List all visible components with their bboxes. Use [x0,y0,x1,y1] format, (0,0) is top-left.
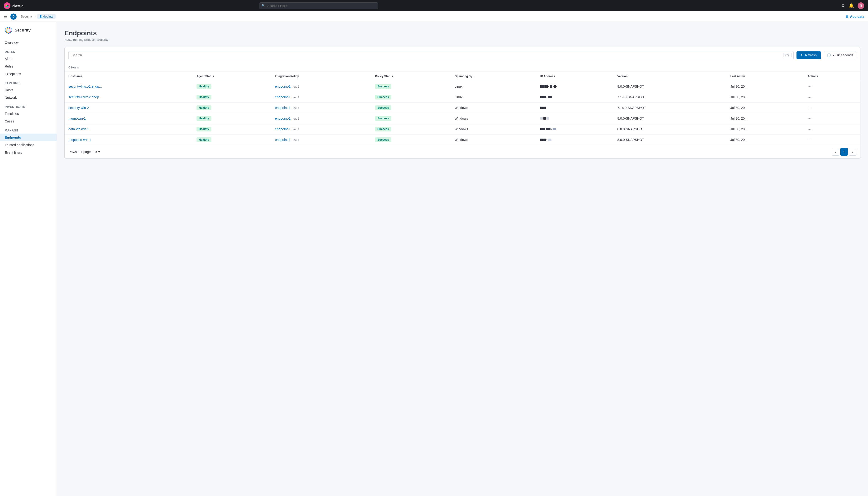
sidebar-item-timelines[interactable]: Timelines [0,110,57,118]
breadcrumb-endpoints[interactable]: Endpoints [37,14,56,19]
cell-actions-2: ⋯ [804,103,860,113]
cell-last-active-2: Jul 30, 20... [727,103,804,113]
row-actions-button-1[interactable]: ⋯ [808,95,812,99]
cell-version-2: 7.14.0-SNAPSHOT [614,103,726,113]
policy-link-2[interactable]: endpoint-1 [275,106,290,110]
policy-status-badge-2: Success [375,105,391,110]
agent-status-badge-0: Healthy [196,84,211,89]
col-header-agent-status: Agent Status [193,72,271,81]
add-data-label: Add data [850,15,864,18]
prev-page-button[interactable]: ‹ [832,148,839,156]
sidebar-item-endpoints[interactable]: Endpoints [0,134,57,141]
row-actions-button-4[interactable]: ⋯ [808,127,812,131]
cell-policy-0: endpoint-1 rev. 1 [271,81,371,92]
sidebar-item-trusted-applications[interactable]: Trusted applications [0,141,57,149]
row-actions-button-5[interactable]: ⋯ [808,138,812,142]
cell-ip-1 [537,92,614,103]
sidebar-item-alerts[interactable]: Alerts [0,55,57,63]
policy-status-badge-0: Success [375,84,391,89]
help-icon[interactable]: ⚙ [841,3,845,8]
policy-status-badge-4: Success [375,127,391,131]
endpoints-table-card: KQL ↻ Refresh 🕐 ▾ 10 seconds 6 Hosts [64,47,861,159]
global-search-bar[interactable]: 🔍 [259,2,378,9]
app-icon: D [11,14,17,20]
col-header-last-active: Last Active [727,72,804,81]
breadcrumb-bar: ☰ D Security › Endpoints ⊞ Add data [0,11,868,22]
sidebar-item-exceptions[interactable]: Exceptions [0,70,57,78]
sidebar-item-event-filters[interactable]: Event filters [0,149,57,156]
sidebar-item-overview[interactable]: Overview [0,39,57,46]
col-header-version: Version [614,72,726,81]
hostname-link-2[interactable]: security-win-2 [68,106,89,110]
col-header-integration-policy: Integration Policy [271,72,371,81]
notifications-icon[interactable]: 🔔 [849,3,854,8]
col-header-policy-status: Policy Status [371,72,451,81]
sidebar-item-hosts[interactable]: Hosts [0,86,57,94]
add-data-icon: ⊞ [846,15,849,18]
agent-status-badge-5: Healthy [196,137,211,142]
policy-link-4[interactable]: endpoint-1 [275,127,290,131]
cell-ip-3 [537,113,614,124]
policy-rev-5: rev. 1 [293,138,299,142]
next-page-button[interactable]: › [849,148,856,156]
add-data-button[interactable]: ⊞ Add data [846,15,864,18]
top-nav-actions: ⚙ 🔔 N [841,2,864,9]
kql-badge[interactable]: KQL [783,53,792,57]
cell-os-5: Windows [451,135,537,145]
cell-os-1: Linux [451,92,537,103]
sidebar-item-network[interactable]: Network [0,94,57,102]
cell-agent-status-5: Healthy [193,135,271,145]
refresh-button[interactable]: ↻ Refresh [796,51,821,59]
cell-last-active-5: Jul 30, 20... [727,135,804,145]
cell-policy-3: endpoint-1 rev. 1 [271,113,371,124]
elastic-wordmark: elastic [12,4,23,8]
row-actions-button-3[interactable]: ⋯ [808,117,812,121]
rows-per-page[interactable]: Rows per page: 10 ▾ [68,150,100,154]
policy-link-5[interactable]: endpoint-1 [275,138,290,142]
cell-policy-2: endpoint-1 rev. 1 [271,103,371,113]
policy-link-1[interactable]: endpoint-1 [275,95,290,99]
hamburger-menu[interactable]: ☰ [4,14,7,19]
cell-actions-0: ⋯ [804,81,860,92]
refresh-label: Refresh [805,53,817,57]
cell-policy-status-3: Success [371,113,451,124]
table-toolbar: KQL ↻ Refresh 🕐 ▾ 10 seconds [65,47,860,63]
page-1-button[interactable]: 1 [840,148,848,156]
cell-policy-status-1: Success [371,92,451,103]
table-search-input[interactable] [68,51,794,59]
cell-version-1: 7.14.0-SNAPSHOT [614,92,726,103]
policy-rev-2: rev. 1 [293,106,299,110]
col-header-hostname: Hostname [65,72,193,81]
pagination: ‹ 1 › [832,148,856,156]
sidebar: Security Overview Detect Alerts Rules Ex… [0,22,57,496]
table-search-wrap[interactable]: KQL [68,51,794,59]
hostname-link-3[interactable]: mgmt-win-1 [68,117,86,120]
sidebar-item-cases[interactable]: Cases [0,118,57,125]
elastic-logo-area[interactable]: elastic [4,2,23,9]
agent-status-badge-4: Healthy [196,127,211,131]
user-avatar[interactable]: N [857,2,864,9]
row-actions-button-2[interactable]: ⋯ [808,106,812,110]
row-actions-button-0[interactable]: ⋯ [808,84,812,89]
time-select[interactable]: 🕐 ▾ 10 seconds [824,51,856,59]
sidebar-item-rules[interactable]: Rules [0,63,57,70]
cell-agent-status-2: Healthy [193,103,271,113]
time-label: 10 seconds [836,53,853,57]
time-chevron-icon: ▾ [833,53,834,57]
hostname-link-1[interactable]: security-linux-2.endp... [68,95,102,99]
policy-rev-4: rev. 1 [293,128,299,131]
policy-link-3[interactable]: endpoint-1 [275,117,290,120]
hostname-link-5[interactable]: response-win-1 [68,138,91,142]
col-header-os: Operating Sy... [451,72,537,81]
breadcrumb-security[interactable]: Security [18,14,34,19]
hostname-link-4[interactable]: data-viz-win-1 [68,127,89,131]
hostname-link-0[interactable]: security-linux-1.endp... [68,84,102,88]
policy-link-0[interactable]: endpoint-1 [275,84,290,88]
cell-hostname-2: security-win-2 [65,103,193,113]
rows-per-page-chevron-icon: ▾ [98,150,100,154]
global-search-input[interactable] [259,2,378,9]
breadcrumb: Security › Endpoints [18,14,56,19]
cell-agent-status-1: Healthy [193,92,271,103]
endpoints-table: Hostname Agent Status Integration Policy… [65,72,860,145]
breadcrumb-separator: › [35,15,36,18]
